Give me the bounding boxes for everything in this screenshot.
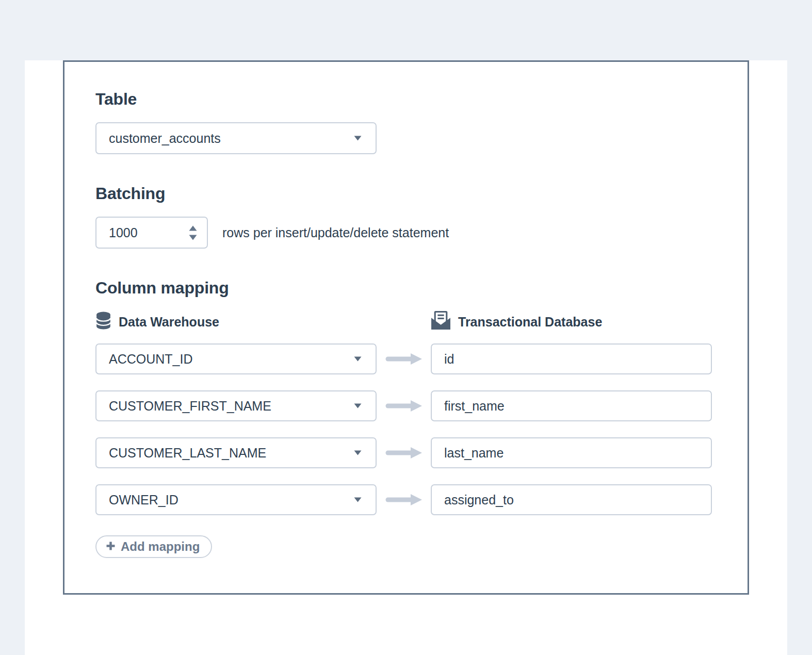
plus-icon [106, 541, 116, 552]
open-envelope-letter-icon [431, 311, 451, 333]
destination-column-input[interactable] [431, 390, 712, 421]
chevron-down-icon [353, 356, 362, 362]
table-section-heading: Table [95, 90, 717, 109]
batching-section: Batching 1000 rows per insert/update/del… [95, 184, 717, 249]
mapping-row: OWNER_ID [95, 484, 717, 515]
destination-column-input[interactable] [431, 437, 712, 468]
arrow-right-icon [377, 399, 431, 413]
mapping-section-heading: Column mapping [95, 279, 717, 298]
up-down-triangles-icon[interactable] [188, 225, 198, 241]
source-column-select[interactable]: OWNER_ID [95, 484, 377, 515]
destination-column-header-label: Transactional Database [458, 315, 602, 330]
batch-size-stepper[interactable]: 1000 [95, 217, 208, 249]
table-select[interactable]: customer_accounts [95, 122, 377, 154]
chevron-down-icon [353, 497, 362, 503]
page-background: Table customer_accounts Batching 1000 [0, 0, 812, 655]
arrow-right-icon [377, 352, 431, 366]
chevron-down-icon [353, 403, 362, 409]
mapping-column-headers: Data Warehouse Transactional Database [95, 311, 717, 333]
source-column-select[interactable]: CUSTOMER_FIRST_NAME [95, 390, 377, 421]
destination-column-input[interactable] [431, 343, 712, 374]
arrow-right-icon [377, 446, 431, 460]
source-column-select[interactable]: ACCOUNT_ID [95, 343, 377, 374]
batching-section-heading: Batching [95, 184, 717, 203]
source-column-value: OWNER_ID [109, 493, 178, 507]
source-column-value: CUSTOMER_FIRST_NAME [109, 399, 271, 414]
destination-column-input[interactable] [431, 484, 712, 515]
column-mapping-section: Column mapping Data Warehouse [95, 279, 717, 558]
source-column-value: CUSTOMER_LAST_NAME [109, 446, 266, 461]
mapping-row: CUSTOMER_FIRST_NAME [95, 390, 717, 421]
source-column-select[interactable]: CUSTOMER_LAST_NAME [95, 437, 377, 468]
chevron-down-icon [353, 450, 362, 456]
content-panel: Table customer_accounts Batching 1000 [25, 60, 787, 655]
add-mapping-button-label: Add mapping [121, 539, 200, 554]
add-mapping-button[interactable]: Add mapping [95, 535, 212, 558]
table-section: Table customer_accounts [95, 90, 717, 154]
mapping-row: ACCOUNT_ID [95, 343, 717, 374]
table-select-value: customer_accounts [109, 131, 221, 146]
mapping-rows-list: ACCOUNT_ID [95, 343, 717, 515]
batching-row: 1000 rows per insert/update/delete state… [95, 217, 717, 249]
destination-column-header: Transactional Database [431, 311, 602, 333]
source-column-value: ACCOUNT_ID [109, 352, 193, 367]
database-icon [95, 312, 111, 333]
chevron-down-icon [353, 135, 362, 141]
source-column-header-label: Data Warehouse [119, 315, 219, 330]
batch-size-unit-label: rows per insert/update/delete statement [222, 225, 449, 240]
source-column-header: Data Warehouse [95, 312, 431, 333]
mapping-row: CUSTOMER_LAST_NAME [95, 437, 717, 468]
sync-config-card: Table customer_accounts Batching 1000 [63, 60, 749, 595]
arrow-right-icon [377, 493, 431, 506]
batch-size-value: 1000 [109, 225, 138, 240]
